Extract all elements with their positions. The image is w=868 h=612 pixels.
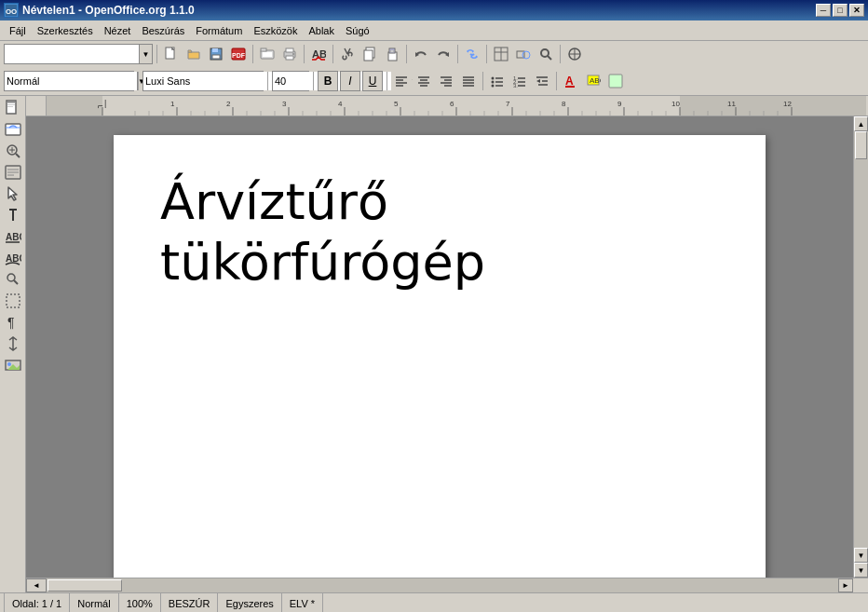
close-button[interactable]: ✕ bbox=[849, 4, 864, 17]
hscroll-left-button[interactable]: ◄ bbox=[26, 578, 47, 592]
font-combo[interactable]: ▼ bbox=[142, 71, 264, 91]
style-combo[interactable]: ▼ bbox=[4, 71, 134, 91]
svg-text:⌐: ⌐ bbox=[98, 101, 103, 111]
menu-format[interactable]: Formátum bbox=[190, 23, 248, 38]
web-view-button[interactable] bbox=[3, 119, 23, 140]
size-combo[interactable]: ▼ bbox=[272, 71, 309, 91]
editor-column: | 1 2 3 bbox=[26, 96, 868, 592]
vertical-scrollbar[interactable]: ▲ ▼ ▼ bbox=[853, 116, 868, 578]
selection-status[interactable]: Egyszeres bbox=[218, 593, 281, 612]
find-button[interactable] bbox=[536, 44, 556, 64]
svg-line-92 bbox=[14, 280, 18, 284]
svg-point-96 bbox=[7, 362, 11, 366]
undo-button[interactable] bbox=[411, 44, 431, 64]
find-replace-button[interactable] bbox=[3, 269, 23, 290]
ruler-corner bbox=[26, 96, 47, 116]
justify-button[interactable] bbox=[458, 71, 479, 91]
paste-button[interactable] bbox=[382, 44, 402, 64]
ordered-list-button[interactable]: 1.2.3. bbox=[509, 71, 530, 91]
minimize-button[interactable]: ─ bbox=[816, 4, 831, 17]
hyperlink-button[interactable] bbox=[462, 44, 482, 64]
font-color-button[interactable]: A bbox=[561, 71, 581, 91]
styles-button[interactable] bbox=[3, 162, 23, 183]
scroll-down-button1[interactable]: ▼ bbox=[854, 548, 868, 563]
underline-button[interactable]: U bbox=[362, 71, 383, 91]
scroll-thumb-vertical[interactable] bbox=[855, 131, 867, 159]
menu-window[interactable]: Ablak bbox=[303, 23, 340, 38]
cursor-button[interactable] bbox=[3, 184, 23, 204]
toolbar-sep5 bbox=[406, 45, 407, 63]
navigator-button[interactable] bbox=[564, 44, 585, 64]
ruler-track: | 1 2 3 bbox=[47, 96, 868, 116]
svg-text:8: 8 bbox=[562, 100, 566, 108]
redo-button[interactable] bbox=[433, 44, 454, 64]
menu-insert[interactable]: Beszúrás bbox=[136, 23, 190, 38]
bold-button[interactable]: B bbox=[318, 71, 338, 91]
open-button[interactable] bbox=[183, 44, 204, 64]
align-left-button[interactable] bbox=[391, 71, 412, 91]
hscroll-right-button[interactable]: ► bbox=[838, 578, 853, 592]
menu-tools[interactable]: Eszközök bbox=[248, 23, 303, 38]
frame-button[interactable] bbox=[3, 291, 23, 311]
copy-button[interactable] bbox=[359, 44, 380, 64]
svg-point-91 bbox=[7, 274, 15, 281]
menu-view[interactable]: Nézet bbox=[99, 23, 137, 38]
svg-rect-15 bbox=[286, 56, 293, 60]
table-button[interactable] bbox=[491, 44, 511, 64]
zoom-button[interactable] bbox=[3, 141, 23, 161]
svg-text:ABC: ABC bbox=[6, 232, 21, 242]
highlight-button[interactable]: ABC bbox=[583, 71, 604, 91]
italic-button[interactable]: I bbox=[340, 71, 360, 91]
abc-button1[interactable]: ABC bbox=[3, 226, 23, 247]
decrease-indent-button[interactable] bbox=[532, 71, 552, 91]
unordered-list-button[interactable] bbox=[487, 71, 508, 91]
new-button[interactable] bbox=[161, 44, 182, 64]
hscroll-track[interactable] bbox=[47, 578, 838, 592]
save-button[interactable] bbox=[206, 44, 226, 64]
print-button[interactable] bbox=[279, 44, 300, 64]
size-input[interactable] bbox=[273, 72, 405, 90]
abc-button2[interactable]: ABC bbox=[3, 248, 23, 268]
document-content[interactable]: Árvíztűrő tükörfúrógép bbox=[160, 172, 719, 293]
name-box-input[interactable] bbox=[5, 45, 139, 63]
pilcrow-button[interactable]: ¶ bbox=[3, 312, 23, 333]
cut-button[interactable] bbox=[337, 44, 358, 64]
scroll-up-button[interactable]: ▲ bbox=[854, 116, 868, 131]
insert-mode-status[interactable]: BESZÚR bbox=[161, 593, 219, 612]
status-bar: Oldal: 1 / 1 Normál 100% BESZÚR Egyszere… bbox=[0, 592, 868, 612]
show-draw-button[interactable] bbox=[513, 44, 534, 64]
export-pdf-button[interactable]: PDF bbox=[228, 44, 249, 64]
hscroll-thumb[interactable] bbox=[47, 579, 122, 592]
svg-text:PDF: PDF bbox=[232, 52, 246, 59]
name-box-arrow[interactable]: ▼ bbox=[139, 45, 152, 63]
menu-edit[interactable]: Szerkesztés bbox=[32, 23, 99, 38]
svg-text:A: A bbox=[565, 75, 574, 88]
print-preview-button[interactable] bbox=[257, 44, 278, 64]
toolbar-sep1 bbox=[156, 45, 157, 63]
text-tool-button[interactable] bbox=[3, 205, 23, 225]
scroll-down-button2[interactable]: ▼ bbox=[854, 563, 868, 578]
svg-rect-7 bbox=[212, 55, 220, 59]
menu-file[interactable]: Fájl bbox=[4, 23, 32, 38]
horizontal-scrollbar[interactable]: ◄ ► bbox=[26, 578, 868, 592]
document-area[interactable]: Árvíztűrő tükörfúrógép bbox=[26, 116, 853, 578]
spellcheck-button[interactable]: ABC bbox=[308, 44, 329, 64]
menu-help[interactable]: Súgó bbox=[340, 23, 375, 38]
toolbar-sep3 bbox=[304, 45, 305, 63]
align-right-button[interactable] bbox=[436, 71, 456, 91]
maximize-button[interactable]: □ bbox=[833, 4, 848, 17]
toolbar2-sep3 bbox=[313, 72, 314, 90]
change-status: ELV * bbox=[282, 593, 323, 612]
name-box-container: ▼ bbox=[4, 44, 153, 64]
page-view-button[interactable] bbox=[3, 98, 23, 118]
drag-button[interactable] bbox=[3, 333, 23, 354]
gallery-button[interactable] bbox=[3, 355, 23, 375]
svg-point-29 bbox=[522, 51, 530, 59]
align-center-button[interactable] bbox=[414, 71, 434, 91]
scroll-track-vertical[interactable] bbox=[854, 131, 868, 548]
char-background-button[interactable] bbox=[605, 71, 626, 91]
font-input[interactable] bbox=[143, 72, 276, 90]
style-input[interactable] bbox=[5, 72, 137, 90]
main-content-area: ABC ABC ¶ bbox=[0, 96, 868, 592]
toolbar2-sep1 bbox=[138, 72, 139, 90]
